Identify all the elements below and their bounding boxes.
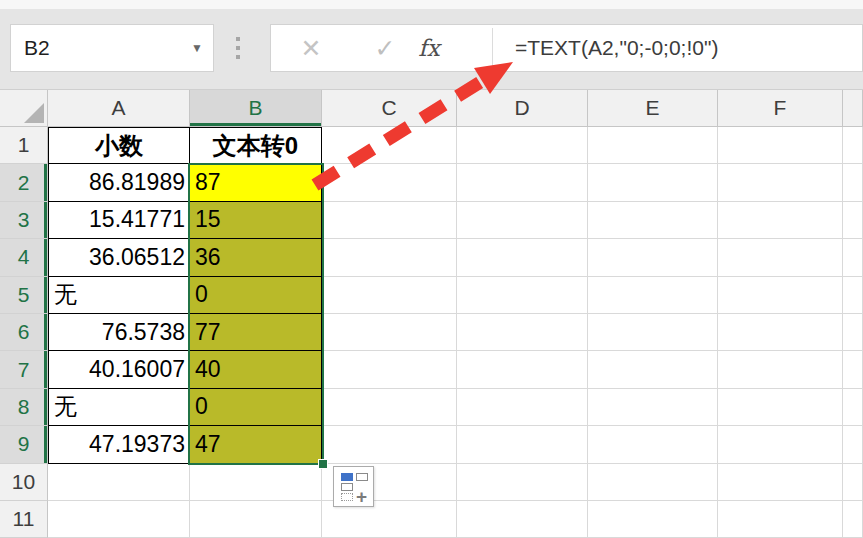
- cell-F4[interactable]: [718, 239, 843, 276]
- cell-E11[interactable]: [588, 501, 718, 538]
- cell-A11[interactable]: [48, 501, 190, 538]
- cancel-icon[interactable]: ✕: [285, 25, 337, 71]
- cell-E10[interactable]: [588, 464, 718, 501]
- insert-function-icon[interactable]: fx: [405, 25, 453, 71]
- column-header-E[interactable]: E: [588, 90, 718, 127]
- row-header-11[interactable]: 11: [0, 501, 48, 538]
- cell-B4[interactable]: 36: [190, 239, 322, 276]
- cell-E5[interactable]: [588, 277, 718, 314]
- cell-F8[interactable]: [718, 389, 843, 426]
- cell-E7[interactable]: [588, 351, 718, 388]
- cell-B3[interactable]: 15: [190, 202, 322, 239]
- cell-F2[interactable]: [718, 164, 843, 201]
- cell-B6[interactable]: 77: [190, 314, 322, 351]
- cell-D4[interactable]: [457, 239, 588, 276]
- cell-x9[interactable]: [843, 426, 863, 463]
- cell-F10[interactable]: [718, 464, 843, 501]
- cell-B2[interactable]: 87: [190, 164, 322, 201]
- cell-F9[interactable]: [718, 426, 843, 463]
- cell-C5[interactable]: [322, 277, 457, 314]
- cell-C1[interactable]: [322, 127, 457, 164]
- cell-C8[interactable]: [322, 389, 457, 426]
- cell-x3[interactable]: [843, 202, 863, 239]
- column-header-partial[interactable]: [843, 90, 863, 127]
- row-header-10[interactable]: 10: [0, 464, 48, 501]
- cell-C7[interactable]: [322, 351, 457, 388]
- cell-A9[interactable]: 47.19373: [48, 426, 190, 463]
- cell-D9[interactable]: [457, 426, 588, 463]
- cell-D6[interactable]: [457, 314, 588, 351]
- row-header-8[interactable]: 8: [0, 389, 48, 426]
- cell-B9[interactable]: 47: [190, 426, 322, 463]
- cell-x10[interactable]: [843, 464, 863, 501]
- enter-icon[interactable]: ✓: [359, 25, 411, 71]
- cell-B5[interactable]: 0: [190, 277, 322, 314]
- row-header-1[interactable]: 1: [0, 127, 48, 164]
- cell-A7[interactable]: 40.16007: [48, 351, 190, 388]
- row-header-6[interactable]: 6: [0, 314, 48, 351]
- cell-x7[interactable]: [843, 351, 863, 388]
- column-header-F[interactable]: F: [718, 90, 843, 127]
- cell-x1[interactable]: [843, 127, 863, 164]
- cell-x6[interactable]: [843, 314, 863, 351]
- chevron-down-icon[interactable]: ▼: [191, 25, 203, 71]
- cell-B7[interactable]: 40: [190, 351, 322, 388]
- cell-x2[interactable]: [843, 164, 863, 201]
- cell-E9[interactable]: [588, 426, 718, 463]
- cell-A3[interactable]: 15.41771: [48, 202, 190, 239]
- cell-F6[interactable]: [718, 314, 843, 351]
- cell-C9[interactable]: [322, 426, 457, 463]
- cell-A5[interactable]: 无: [48, 277, 190, 314]
- cell-F5[interactable]: [718, 277, 843, 314]
- cell-D7[interactable]: [457, 351, 588, 388]
- cell-B11[interactable]: [190, 501, 322, 538]
- cell-E4[interactable]: [588, 239, 718, 276]
- column-header-D[interactable]: D: [457, 90, 588, 127]
- column-header-A[interactable]: A: [48, 90, 190, 127]
- cell-E3[interactable]: [588, 202, 718, 239]
- cell-A6[interactable]: 76.5738: [48, 314, 190, 351]
- cell-E1[interactable]: [588, 127, 718, 164]
- cell-C4[interactable]: [322, 239, 457, 276]
- cell-E2[interactable]: [588, 164, 718, 201]
- cell-D10[interactable]: [457, 464, 588, 501]
- cell-A10[interactable]: [48, 464, 190, 501]
- cell-x11[interactable]: [843, 501, 863, 538]
- cell-D1[interactable]: [457, 127, 588, 164]
- cell-D5[interactable]: [457, 277, 588, 314]
- cell-A1[interactable]: 小数: [48, 127, 190, 164]
- cell-A4[interactable]: 36.06512: [48, 239, 190, 276]
- row-header-5[interactable]: 5: [0, 277, 48, 314]
- cell-x5[interactable]: [843, 277, 863, 314]
- cell-D2[interactable]: [457, 164, 588, 201]
- row-header-4[interactable]: 4: [0, 239, 48, 276]
- cell-x8[interactable]: [843, 389, 863, 426]
- cell-C3[interactable]: [322, 202, 457, 239]
- row-header-3[interactable]: 3: [0, 202, 48, 239]
- row-header-9[interactable]: 9: [0, 426, 48, 463]
- cell-B10[interactable]: [190, 464, 322, 501]
- name-box[interactable]: B2 ▼: [10, 24, 214, 72]
- cell-B1[interactable]: 文本转0: [190, 127, 322, 164]
- cell-C6[interactable]: [322, 314, 457, 351]
- cell-D3[interactable]: [457, 202, 588, 239]
- autofill-options-button[interactable]: +: [333, 466, 374, 507]
- cell-C2[interactable]: [322, 164, 457, 201]
- cell-F1[interactable]: [718, 127, 843, 164]
- formula-input[interactable]: =TEXT(A2,"0;-0;0;!0"): [515, 25, 858, 71]
- cell-x4[interactable]: [843, 239, 863, 276]
- cell-A2[interactable]: 86.81989: [48, 164, 190, 201]
- row-header-7[interactable]: 7: [0, 351, 48, 388]
- cell-A8[interactable]: 无: [48, 389, 190, 426]
- column-header-B[interactable]: B: [190, 90, 322, 127]
- cell-D8[interactable]: [457, 389, 588, 426]
- cell-F11[interactable]: [718, 501, 843, 538]
- cell-E8[interactable]: [588, 389, 718, 426]
- cell-E6[interactable]: [588, 314, 718, 351]
- cell-F3[interactable]: [718, 202, 843, 239]
- column-header-C[interactable]: C: [322, 90, 457, 127]
- row-header-2[interactable]: 2: [0, 164, 48, 201]
- cell-D11[interactable]: [457, 501, 588, 538]
- cell-B8[interactable]: 0: [190, 389, 322, 426]
- select-all-button[interactable]: [0, 90, 48, 127]
